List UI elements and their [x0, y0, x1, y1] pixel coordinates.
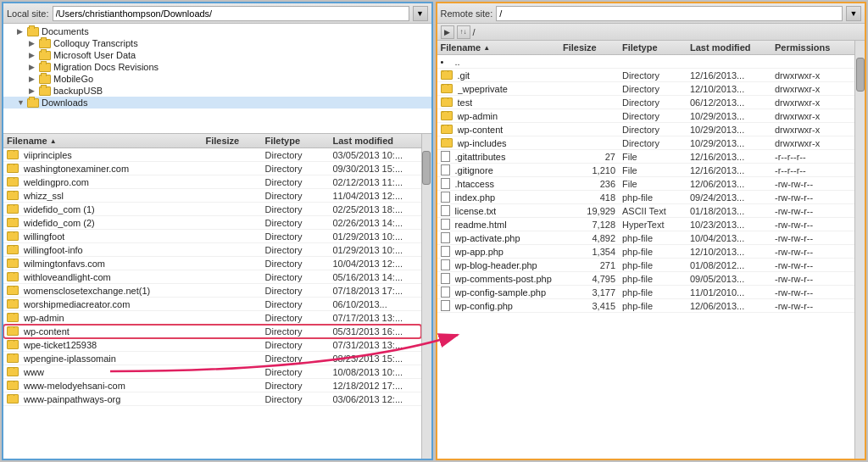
table-row[interactable]: .gitattributes 27 File 12/16/2013... -r-… [437, 150, 855, 164]
table-row[interactable]: _wpeprivate Directory 12/10/2013... drwx… [437, 82, 855, 96]
folder-icon [7, 272, 19, 281]
local-col-filetype[interactable]: Filetype [265, 136, 333, 146]
remote-file-list-header: Filename ▲ Filesize Filetype Last modifi… [437, 41, 855, 55]
local-file-list-body[interactable]: viiprinciples Directory 03/05/2013 10:..… [3, 148, 421, 459]
table-row[interactable]: wp-config-sample.php 3,177 php-file 11/0… [437, 286, 855, 299]
file-type-cell: Directory [265, 299, 333, 309]
table-row[interactable]: license.txt 19,929 ASCII Text 01/18/2013… [437, 204, 855, 218]
tree-item[interactable]: ▶Migration Docs Revisions [3, 61, 431, 73]
file-name-cell: www-melodyehsani-com [7, 381, 206, 391]
table-row[interactable]: willingfoot Directory 01/29/2013 10:... [3, 230, 421, 243]
table-row[interactable]: index.php 418 php-file 09/24/2013... -rw… [437, 191, 855, 204]
file-name: worshipmediacreator.com [24, 299, 130, 309]
table-row[interactable]: wpe-ticket125938 Directory 07/31/2013 13… [3, 338, 421, 352]
file-type-cell: Directory [265, 353, 333, 364]
local-site-dropdown[interactable]: ▼ [413, 6, 428, 21]
table-row[interactable]: wp-activate.php 4,892 php-file 10/04/201… [437, 231, 855, 245]
table-row[interactable]: womensclosetexchange.net(1) Directory 07… [3, 284, 421, 298]
file-permissions-cell: -rw-rw-r-- [775, 220, 851, 230]
file-modified-cell: 05/31/2013 16:... [333, 326, 418, 337]
file-name: wp-includes [458, 138, 507, 148]
folder-icon [39, 86, 51, 96]
table-row[interactable]: wp-comments-post.php 4,795 php-file 09/0… [437, 272, 855, 286]
tree-item[interactable]: ▶Microsoft User Data [3, 49, 431, 61]
table-row[interactable]: withloveandlight-com Directory 05/16/201… [3, 270, 421, 284]
table-row[interactable]: widefido_com (2) Directory 02/26/2013 14… [3, 216, 421, 230]
table-row[interactable]: wpengine-iplassomain Directory 08/23/201… [3, 352, 421, 365]
table-row[interactable]: washingtonexaminer.com Directory 09/30/2… [3, 162, 421, 175]
file-modified-cell: 10/29/2013... [690, 111, 775, 121]
file-modified-cell: 09/30/2013 15:... [333, 164, 418, 174]
file-icon [441, 273, 450, 284]
local-col-filesize[interactable]: Filesize [206, 136, 265, 146]
table-row[interactable]: wilmingtonfavs.com Directory 10/04/2013 … [3, 257, 421, 270]
remote-col-filetype[interactable]: Filetype [622, 42, 690, 53]
nav-back-button[interactable]: ▶ [441, 25, 454, 39]
file-permissions-cell: -r--r--r-- [775, 165, 851, 175]
table-row[interactable]: wp-content Directory 10/29/2013... drwxr… [437, 123, 855, 136]
remote-col-filesize[interactable]: Filesize [563, 42, 622, 53]
tree-item[interactable]: ▶backupUSB [3, 85, 431, 97]
table-row[interactable]: weldingpro.com Directory 02/12/2013 11:.… [3, 175, 421, 189]
table-row[interactable]: .gitignore 1,210 File 12/16/2013... -r--… [437, 164, 855, 177]
tree-arrow: ▼ [17, 98, 27, 107]
table-row[interactable]: test Directory 06/12/2013... drwxrwxr-x [437, 96, 855, 109]
remote-scrollbar[interactable] [854, 41, 865, 459]
tree-item-name: Documents [42, 26, 89, 36]
tree-item[interactable]: ▶MobileGo [3, 73, 431, 85]
local-site-input[interactable] [53, 6, 409, 21]
file-name-cell: wpe-ticket125938 [7, 340, 206, 350]
table-row[interactable]: wp-admin Directory 10/29/2013... drwxrwx… [437, 109, 855, 123]
local-col-filename[interactable]: Filename ▲ [7, 136, 206, 146]
remote-col-filename[interactable]: Filename ▲ [441, 42, 564, 53]
file-modified-cell: 12/06/2013... [690, 301, 775, 311]
remote-scrollbar-thumb[interactable] [856, 58, 865, 92]
tree-item[interactable]: ▼Downloads [3, 97, 431, 109]
file-modified-cell: 01/18/2013... [690, 206, 775, 216]
file-name: .gitignore [455, 165, 493, 175]
remote-site-dropdown[interactable]: ▼ [846, 6, 861, 21]
remote-file-list-body[interactable]: • .. .git Directory 12/16/2013... drwxrw… [437, 55, 855, 459]
remote-sort-arrow: ▲ [483, 44, 490, 52]
local-col-modified[interactable]: Last modified [333, 136, 418, 146]
file-modified-cell: 01/08/2012... [690, 260, 775, 270]
file-name: wp-content [24, 326, 70, 337]
table-row[interactable]: .git Directory 12/16/2013... drwxrwxr-x [437, 69, 855, 82]
table-row[interactable]: widefido_com (1) Directory 02/25/2013 18… [3, 203, 421, 216]
table-row[interactable]: readme.html 7,128 HyperText 10/23/2013..… [437, 218, 855, 231]
table-row[interactable]: wp-admin Directory 07/17/2013 13:... [3, 311, 421, 325]
file-name: www [24, 367, 44, 377]
file-modified-cell: 07/18/2013 17:... [333, 286, 418, 296]
table-row[interactable]: worshipmediacreator.com Directory 06/10/… [3, 298, 421, 311]
tree-item[interactable]: ▶Documents [3, 25, 431, 37]
tree-item[interactable]: ▶Colloquy Transcripts [3, 37, 431, 49]
file-icon [441, 151, 450, 162]
table-row[interactable]: www Directory 10/08/2013 10:... [3, 365, 421, 379]
file-type-cell: File [622, 152, 690, 162]
table-row[interactable]: wp-content Directory 05/31/2013 16:... [3, 325, 421, 338]
remote-col-modified[interactable]: Last modified [690, 42, 775, 53]
table-row[interactable]: wp-app.php 1,354 php-file 12/10/2013... … [437, 245, 855, 259]
table-row[interactable]: • .. [437, 55, 855, 69]
nav-up-button[interactable]: ↑↓ [457, 25, 470, 39]
file-type-cell: Directory [265, 150, 333, 160]
local-scrollbar[interactable] [421, 134, 431, 459]
remote-site-input[interactable] [496, 6, 843, 21]
table-row[interactable]: www-painpathways-org Directory 03/06/201… [3, 392, 421, 406]
remote-site-label: Remote site: [441, 8, 493, 19]
table-row[interactable]: willingfoot-info Directory 01/29/2013 10… [3, 243, 421, 257]
remote-col-permissions[interactable]: Permissions [775, 42, 851, 53]
table-row[interactable]: www-melodyehsani-com Directory 12/18/201… [3, 379, 421, 392]
file-permissions-cell: -rw-rw-r-- [775, 192, 851, 203]
file-type-cell: Directory [622, 125, 690, 135]
file-modified-cell: 12/10/2013... [690, 84, 775, 94]
table-row[interactable]: viiprinciples Directory 03/05/2013 10:..… [3, 148, 421, 162]
table-row[interactable]: wp-config.php 3,415 php-file 12/06/2013.… [437, 299, 855, 313]
table-row[interactable]: wp-includes Directory 10/29/2013... drwx… [437, 136, 855, 150]
table-row[interactable]: wp-blog-header.php 271 php-file 01/08/20… [437, 259, 855, 272]
table-row[interactable]: .htaccess 236 File 12/06/2013... -rw-rw-… [437, 177, 855, 191]
local-scrollbar-thumb[interactable] [422, 151, 431, 185]
table-row[interactable]: whizz_ssl Directory 11/04/2013 12:... [3, 189, 421, 203]
file-modified-cell: 02/25/2013 18:... [333, 204, 418, 214]
local-site-label: Local site: [7, 8, 49, 19]
